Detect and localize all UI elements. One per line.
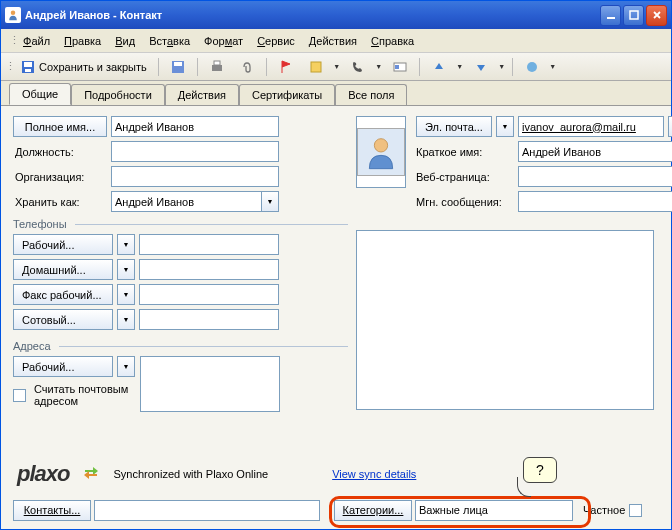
svg-point-14: [374, 139, 387, 152]
tab-details[interactable]: Подробности: [71, 84, 165, 105]
autodial-button[interactable]: [345, 56, 371, 78]
addr-work-button[interactable]: Рабочий...: [13, 356, 113, 377]
im-input[interactable]: [518, 191, 672, 212]
tab-strip: Общие Подробности Действия Сертификаты В…: [1, 81, 671, 105]
map-button[interactable]: [387, 56, 413, 78]
phone-home-button[interactable]: Домашний...: [13, 259, 113, 280]
close-button[interactable]: [646, 5, 667, 26]
view-sync-details-link[interactable]: View sync details: [332, 468, 416, 480]
contact-icon: [5, 7, 21, 23]
svg-point-13: [527, 62, 537, 72]
tab-allfields[interactable]: Все поля: [335, 84, 407, 105]
org-input[interactable]: [111, 166, 279, 187]
flag-button[interactable]: [273, 56, 299, 78]
phones-section: Телефоны: [13, 218, 67, 230]
org-label: Организация:: [13, 171, 107, 183]
phone-work-input[interactable]: [139, 234, 279, 255]
displayname-input[interactable]: [518, 141, 672, 162]
print-icon: [209, 59, 225, 75]
tab-actions[interactable]: Действия: [165, 84, 239, 105]
paperclip-icon: [239, 59, 255, 75]
addresses-section: Адреса: [13, 340, 51, 352]
bottom-bar: Контакты... Категории... Частное: [1, 495, 671, 525]
contacts-input[interactable]: [94, 500, 320, 521]
attach-button[interactable]: [234, 56, 260, 78]
categories-input[interactable]: [415, 500, 573, 521]
prev-button[interactable]: [426, 56, 452, 78]
menu-edit[interactable]: Правка: [58, 33, 107, 49]
menu-actions[interactable]: Действия: [303, 33, 363, 49]
flag-icon: [278, 59, 294, 75]
tab-general[interactable]: Общие: [9, 83, 71, 105]
menu-format[interactable]: Формат: [198, 33, 249, 49]
dropdown-arrow-icon[interactable]: ▼: [375, 56, 383, 78]
svg-rect-1: [607, 17, 615, 19]
sync-arrows-icon: [83, 466, 99, 482]
email-input[interactable]: [518, 116, 664, 137]
dropdown-arrow-icon[interactable]: ▼: [498, 56, 506, 78]
notes-textarea[interactable]: [356, 230, 654, 410]
webpage-label: Веб-страница:: [416, 171, 514, 183]
svg-rect-5: [25, 69, 31, 72]
private-checkbox[interactable]: [629, 504, 642, 517]
jobtitle-input[interactable]: [111, 141, 279, 162]
menu-service[interactable]: Сервис: [251, 33, 301, 49]
menu-help[interactable]: Справка: [365, 33, 420, 49]
categories-button[interactable]: Категории...: [334, 500, 412, 521]
menu-insert[interactable]: Вставка: [143, 33, 196, 49]
phone-work-dropdown[interactable]: ▼: [117, 234, 135, 255]
print-button[interactable]: [204, 56, 230, 78]
menu-file[interactable]: ФФайлайл: [17, 33, 56, 49]
app-window: Андрей Иванов - Контакт ⋮ ФФайлайл Правк…: [0, 0, 672, 530]
task-button[interactable]: [303, 56, 329, 78]
plaxo-toolbar-button[interactable]: [519, 56, 545, 78]
phone-fax-dropdown[interactable]: ▼: [117, 284, 135, 305]
plaxo-logo: plaxo: [17, 461, 69, 487]
dropdown-arrow-icon[interactable]: ▼: [333, 56, 341, 78]
phone-home-input[interactable]: [139, 259, 279, 280]
phone-home-dropdown[interactable]: ▼: [117, 259, 135, 280]
menu-view[interactable]: Вид: [109, 33, 141, 49]
help-bubble: ?: [523, 457, 557, 483]
webpage-input[interactable]: [518, 166, 672, 187]
addr-work-dropdown[interactable]: ▼: [117, 356, 135, 377]
dropdown-arrow-icon[interactable]: ▼: [456, 56, 464, 78]
plaxo-bar: plaxo Synchronized with Plaxo Online Vie…: [1, 457, 671, 491]
phone-mobile-dropdown[interactable]: ▼: [117, 309, 135, 330]
arrow-down-icon: [473, 59, 489, 75]
minimize-button[interactable]: [600, 5, 621, 26]
plaxo-sync-text: Synchronized with Plaxo Online: [113, 468, 268, 480]
person-placeholder-icon: [357, 128, 405, 176]
addressbook-button[interactable]: [668, 116, 672, 137]
toolbar: ⋮ Сохранить и закрыть ▼ ▼ ▼ ▼ ▼: [1, 53, 671, 81]
fileas-input[interactable]: [111, 191, 279, 212]
jobtitle-label: Должность:: [13, 146, 107, 158]
svg-rect-2: [630, 11, 638, 19]
private-label: Частное: [583, 504, 625, 516]
fullname-input[interactable]: [111, 116, 279, 137]
maximize-button[interactable]: [623, 5, 644, 26]
fileas-dropdown[interactable]: ▼: [261, 191, 279, 212]
fullname-button[interactable]: Полное имя...: [13, 116, 107, 137]
save-close-button[interactable]: Сохранить и закрыть: [15, 56, 152, 78]
contact-photo[interactable]: [356, 116, 406, 188]
phone-mobile-button[interactable]: Сотовый...: [13, 309, 113, 330]
im-label: Мгн. сообщения:: [416, 196, 514, 208]
phone-fax-button[interactable]: Факс рабочий...: [13, 284, 113, 305]
dropdown-arrow-icon[interactable]: ▼: [549, 56, 557, 78]
tab-certs[interactable]: Сертификаты: [239, 84, 335, 105]
arrow-up-icon: [431, 59, 447, 75]
email-dropdown[interactable]: ▼: [496, 116, 514, 137]
phone-fax-input[interactable]: [139, 284, 279, 305]
phone-work-button[interactable]: Рабочий...: [13, 234, 113, 255]
svg-point-0: [11, 11, 16, 16]
card-icon: [392, 59, 408, 75]
phone-mobile-input[interactable]: [139, 309, 279, 330]
mailing-checkbox[interactable]: [13, 389, 26, 402]
svg-rect-4: [24, 62, 32, 67]
next-button[interactable]: [468, 56, 494, 78]
addr-work-input[interactable]: [140, 356, 280, 412]
email-button[interactable]: Эл. почта...: [416, 116, 492, 137]
contacts-button[interactable]: Контакты...: [13, 500, 91, 521]
save-button[interactable]: [165, 56, 191, 78]
